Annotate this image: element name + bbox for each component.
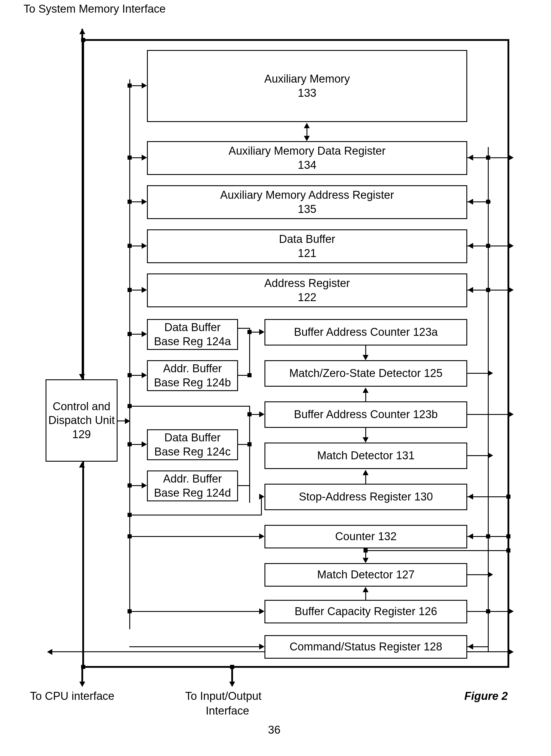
arrow-124b <box>142 372 147 378</box>
arrow-133-134-down <box>304 136 310 141</box>
block-124a: Data Buffer Base Reg 124a <box>147 319 238 350</box>
address-register-line1: Address Register <box>264 276 350 290</box>
block-aux-mem-addr-reg: Auxiliary Memory Address Register 135 <box>147 185 467 219</box>
conn-123b-right <box>467 414 510 415</box>
block-128: Command/Status Register 128 <box>264 635 467 659</box>
arrow-125-right <box>488 370 493 376</box>
block-124d: Addr. Buffer Base Reg 124d <box>147 471 238 501</box>
node-132-inner <box>486 534 490 538</box>
arrow-134 <box>142 155 147 161</box>
control-vertical-trunk <box>129 79 130 629</box>
124a-line1: Data Buffer <box>164 320 221 335</box>
node-126-inner <box>486 609 490 613</box>
arrow-127-right <box>488 572 493 577</box>
arrow-121-right-l <box>468 243 473 249</box>
124b-line2: Base Reg 124b <box>154 376 231 390</box>
control-dispatch-line1: Control and <box>53 400 110 414</box>
arrow-into-control-top <box>79 374 85 379</box>
conn-131-right <box>467 455 489 456</box>
conn-top-to-control <box>82 41 83 379</box>
arrow-128-right-l <box>468 644 473 650</box>
conn-127in-right <box>366 550 510 551</box>
node-124b <box>127 373 132 377</box>
aux-mem-line1: Auxiliary Memory <box>264 72 350 86</box>
node-124a <box>127 332 132 336</box>
arrow-124a <box>142 331 147 337</box>
arrow-span-right <box>508 649 514 655</box>
control-dispatch-line3: 129 <box>72 428 91 442</box>
arrow-126-right <box>508 608 514 614</box>
data-buffer-line1: Data Buffer <box>279 232 335 246</box>
node-122-r <box>486 288 490 292</box>
aux-mem-addr-reg-line2: 135 <box>298 202 316 216</box>
123b-line1: Buffer Address Counter 123b <box>294 408 438 422</box>
node-130-ctrl <box>127 513 132 517</box>
arrow-span-left <box>47 649 52 655</box>
128-line1: Command/Status Register 128 <box>290 640 442 654</box>
node-132 <box>127 534 132 538</box>
label-io-interface-2: Interface <box>206 704 249 718</box>
block-125: Match/Zero-State Detector 125 <box>264 360 467 387</box>
label-io-interface-1: To Input/Output <box>185 690 261 703</box>
block-control-dispatch: Control and Dispatch Unit 129 <box>46 379 117 462</box>
node-124c-join <box>247 442 251 446</box>
aux-mem-addr-reg-line1: Auxiliary Memory Address Register <box>220 188 394 202</box>
block-124b: Addr. Buffer Base Reg 124b <box>147 360 238 391</box>
arrow-aux-mem <box>142 83 147 88</box>
arrow-into-control-bottom <box>79 462 85 468</box>
arrow-130 <box>259 494 264 500</box>
126-line1: Buffer Capacity Register 126 <box>295 604 437 619</box>
arrow-132-right-l <box>468 533 473 539</box>
arrow-130-right-l <box>468 494 473 500</box>
conn-124a-bus <box>238 328 250 329</box>
node-124b-join <box>247 373 251 377</box>
control-dispatch-line2: Dispatch Unit <box>48 414 115 428</box>
stub-128 <box>129 646 261 647</box>
bus-top <box>82 39 508 41</box>
arrow-122 <box>142 287 147 293</box>
block-data-buffer: Data Buffer 121 <box>147 229 467 263</box>
node-134-r <box>486 156 490 160</box>
arrow-control-to-trunk <box>125 418 130 424</box>
block-127: Match Detector 127 <box>264 563 467 587</box>
node-123b-ctrl <box>127 404 132 408</box>
arrow-122-right-l <box>468 287 473 293</box>
conn-124cd-vert <box>249 406 250 503</box>
page-number: 36 <box>268 723 281 737</box>
node-121-r <box>486 244 490 248</box>
stub-126 <box>129 611 261 612</box>
125-line1: Match/Zero-State Detector 125 <box>289 366 443 381</box>
124d-line2: Base Reg 124d <box>154 486 231 500</box>
address-register-line2: 122 <box>298 290 316 305</box>
bus-right <box>508 39 509 667</box>
node-127in-r <box>506 548 510 552</box>
arrow-121 <box>142 243 147 249</box>
arrow-124c <box>142 441 147 447</box>
124c-line2: Base Reg 124c <box>154 445 231 459</box>
arrow-121-right-r <box>508 243 514 249</box>
node-135-r <box>486 200 490 204</box>
block-123a: Buffer Address Counter 123a <box>264 319 467 345</box>
arrow-123a-125 <box>363 355 369 360</box>
node-121 <box>127 244 132 248</box>
124d-line1: Addr. Buffer <box>163 472 222 486</box>
block-aux-mem: Auxiliary Memory 133 <box>147 50 467 122</box>
stub-130-ctrl <box>129 515 261 515</box>
data-buffer-line2: 121 <box>298 246 316 261</box>
node-130-r <box>506 495 510 499</box>
node-126 <box>127 609 132 613</box>
arrow-123b-right <box>508 411 514 417</box>
label-cpu-interface: To CPU interface <box>30 690 114 703</box>
arrow-122-right-r <box>508 287 514 293</box>
arrow-126 <box>259 608 264 614</box>
124c-line1: Data Buffer <box>164 431 221 445</box>
node-132-r <box>506 534 510 538</box>
node-134 <box>127 156 132 160</box>
stub-132 <box>129 536 261 537</box>
arrow-132-127 <box>363 558 369 563</box>
132-line1: Counter 132 <box>335 530 397 544</box>
node-io-bottom <box>230 665 234 669</box>
arrow-123b <box>259 411 264 417</box>
conn-124ab-vert <box>249 328 250 375</box>
arrow-135-right-l <box>468 199 473 205</box>
